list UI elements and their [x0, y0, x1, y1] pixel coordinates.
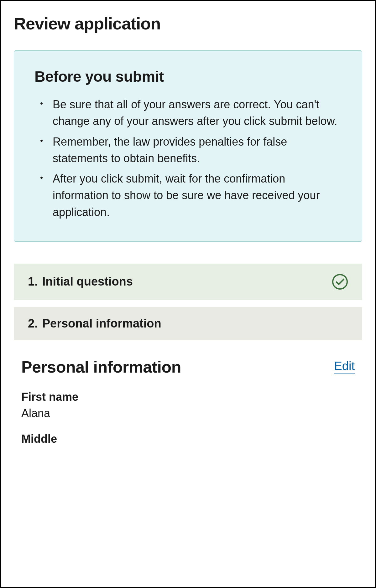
section-label: Initial questions	[42, 275, 133, 288]
edit-link[interactable]: Edit	[334, 359, 355, 374]
detail-section-personal-information: Personal information Edit First name Ala…	[14, 358, 362, 446]
info-box-item: Remember, the law provides penalties for…	[34, 133, 343, 167]
section-label: Personal information	[42, 317, 161, 330]
page-title: Review application	[14, 14, 362, 33]
section-number: 1.	[28, 275, 38, 288]
field-first-name: First name Alana	[21, 390, 355, 420]
section-number: 2.	[28, 317, 38, 330]
info-box-item: Be sure that all of your answers are cor…	[34, 96, 343, 130]
info-box-list: Be sure that all of your answers are cor…	[34, 96, 343, 220]
info-box-before-submit: Before you submit Be sure that all of yo…	[14, 50, 362, 242]
check-circle-icon	[332, 274, 348, 290]
section-initial-questions[interactable]: 1. Initial questions	[14, 264, 362, 300]
section-row-text: 1. Initial questions	[28, 275, 133, 288]
field-value: Alana	[21, 407, 355, 420]
detail-header: Personal information Edit	[21, 358, 355, 376]
svg-point-0	[333, 275, 347, 289]
field-label: Middle	[21, 432, 355, 446]
field-middle: Middle	[21, 432, 355, 446]
section-row-text: 2. Personal information	[28, 317, 161, 330]
info-box-item: After you click submit, wait for the con…	[34, 170, 343, 220]
detail-title: Personal information	[21, 358, 181, 376]
info-box-title: Before you submit	[34, 68, 343, 85]
section-personal-information[interactable]: 2. Personal information	[14, 307, 362, 340]
field-label: First name	[21, 390, 355, 404]
